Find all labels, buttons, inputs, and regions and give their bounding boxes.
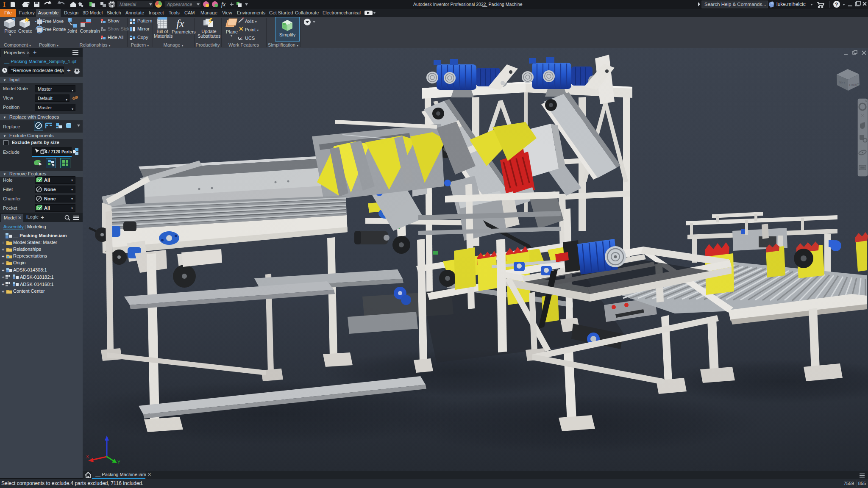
svg-text:Appearance: Appearance xyxy=(167,2,192,7)
svg-text:fx: fx xyxy=(221,1,226,8)
svg-text:Material: Material xyxy=(120,2,136,7)
svg-text:I: I xyxy=(3,1,6,8)
svg-text:4 / 7120 Parts: 4 / 7120 Parts xyxy=(45,150,72,154)
svg-text:fx: fx xyxy=(176,17,184,30)
svg-text:?: ? xyxy=(835,2,838,8)
svg-text:Search Help & Commands...: Search Help & Commands... xyxy=(704,2,766,7)
svg-text:luke.mihelcic: luke.mihelcic xyxy=(776,1,806,7)
